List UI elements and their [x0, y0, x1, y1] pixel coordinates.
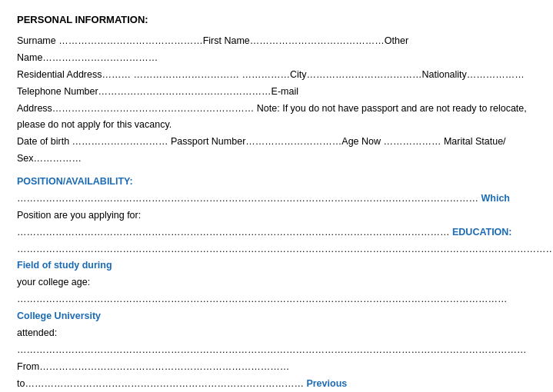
which-label: Which — [481, 193, 510, 204]
field-of-study-label: Field of study during — [17, 260, 112, 271]
previous-label: Previous — [306, 378, 347, 389]
line-field-of-study-dots: …………………………………………………………………………………………………………… — [17, 241, 536, 275]
page-title: PERSONAL INFORMATION: — [17, 14, 536, 25]
position-availability-dots: …………………………………………………………………………………………………………… — [17, 193, 478, 204]
line-surname: Surname ………………………………………First Name…………………… — [17, 33, 536, 67]
field-dots: …………………………………………………………………………………………………………… — [17, 244, 553, 254]
position-availability-label: POSITION/AVAILABILITY: — [17, 176, 133, 187]
line-from-to: From……………………………………………………………………to……………………… — [17, 359, 536, 392]
attended-text: attended: ………………………………………………………………………………… — [17, 327, 527, 355]
line-address: Residential Address……… …………………………… ……………… — [17, 67, 536, 84]
line-applying-for: Position are you applying for: ………………………… — [17, 208, 536, 241]
college-age-text: your college age: …………………………………………………………… — [17, 277, 508, 304]
line-telephone: Telephone Number………………………………………………E-mail… — [17, 84, 536, 135]
from-to-text: From……………………………………………………………………to……………………… — [17, 361, 304, 389]
form-body: Surname ………………………………………First Name…………………… — [17, 33, 536, 392]
line-college-age: your college age: …………………………………………………………… — [17, 274, 536, 325]
education-label: EDUCATION: — [452, 227, 512, 238]
applying-for-text: Position are you applying for: ………………………… — [17, 210, 450, 238]
college-university-label: College University — [17, 311, 101, 321]
line-position-availability: POSITION/AVAILABILITY: ……………………………………………… — [17, 174, 536, 208]
line-dob: Date of birth ………………………… Passport Number… — [17, 134, 536, 168]
line-attended: attended: ………………………………………………………………………………… — [17, 325, 536, 359]
